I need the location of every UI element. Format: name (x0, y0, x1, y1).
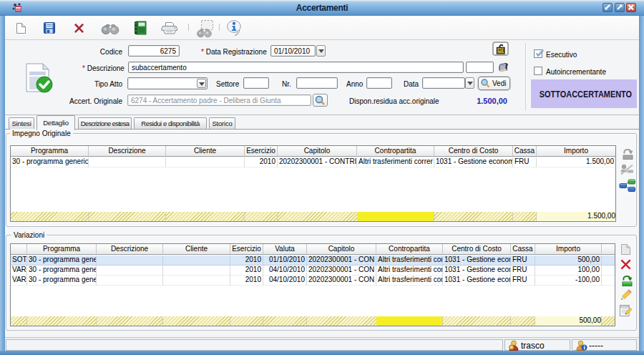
svg-text:ACL: ACL (498, 49, 504, 52)
